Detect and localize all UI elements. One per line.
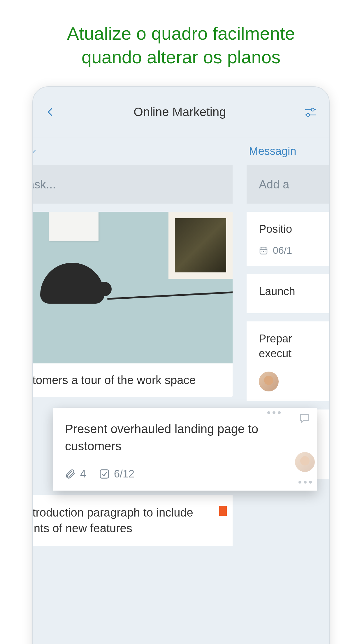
add-task-placeholder: d a task... xyxy=(32,178,56,191)
task-card-launch[interactable]: Launch xyxy=(247,274,330,313)
add-task-input-messaging[interactable]: Add a xyxy=(247,165,330,204)
avatar xyxy=(259,372,279,391)
back-button[interactable] xyxy=(45,106,56,118)
drag-dots-top xyxy=(267,411,281,414)
svg-point-3 xyxy=(307,113,310,116)
card-date: 06/1 xyxy=(273,245,292,256)
calendar-icon xyxy=(259,246,268,255)
comment-icon-wrapper xyxy=(298,412,311,426)
attachment-icon xyxy=(65,468,76,480)
column-name: Messagin xyxy=(249,145,296,157)
task-card-revise[interactable]: ise introduction paragraph to include et… xyxy=(32,495,233,546)
label-dot xyxy=(219,506,227,516)
sliders-icon xyxy=(303,104,317,120)
avatar xyxy=(295,452,315,472)
svg-point-8 xyxy=(261,251,262,252)
comment-icon xyxy=(298,412,311,425)
filter-button[interactable] xyxy=(303,105,317,119)
svg-rect-11 xyxy=(100,470,109,478)
card-title: Present overhauled landing page to custo… xyxy=(65,421,305,455)
headline-line2: quando alterar os planos xyxy=(12,46,350,69)
checklist-meta: 6/12 xyxy=(99,468,134,480)
card-title: e customers a tour of the work space xyxy=(32,363,233,397)
task-card-tour[interactable]: e customers a tour of the work space xyxy=(32,212,233,397)
attachment-count: 4 xyxy=(80,468,86,480)
svg-point-1 xyxy=(311,108,314,111)
task-card-position[interactable]: Positio 06/1 xyxy=(247,212,330,266)
card-title-line1: ise introduction paragraph to include xyxy=(32,505,227,520)
page-title: Online Marketing xyxy=(133,105,226,119)
card-avatar xyxy=(295,452,315,472)
column-header-messaging[interactable]: Messagin xyxy=(247,137,330,165)
card-title: Positio xyxy=(259,222,330,237)
dragging-card[interactable]: Present overhauled landing page to custo… xyxy=(53,408,317,491)
card-title: Launch xyxy=(259,284,330,299)
card-image xyxy=(32,212,233,363)
checklist-icon xyxy=(99,468,110,480)
chevron-left-icon xyxy=(45,104,56,120)
card-title-line2: execut xyxy=(259,346,330,361)
promo-headline: Atualize o quadro facilmente quando alte… xyxy=(0,0,362,86)
headline-line1: Atualize o quadro facilmente xyxy=(12,22,350,46)
card-title-line1: Prepar xyxy=(259,331,330,346)
svg-point-10 xyxy=(265,251,266,252)
device-frame: Online Marketing llout d a task... xyxy=(32,86,330,644)
checklist-progress: 6/12 xyxy=(114,468,134,480)
drag-dots-bottom xyxy=(298,481,312,484)
svg-point-9 xyxy=(263,251,264,252)
app-header: Online Marketing xyxy=(33,87,329,137)
column-header-rollout[interactable]: llout xyxy=(32,137,233,165)
add-task-placeholder: Add a xyxy=(259,178,289,191)
add-task-input-rollout[interactable]: d a task... xyxy=(32,165,233,204)
card-title-line2: et points of new features xyxy=(32,520,227,536)
attachment-meta: 4 xyxy=(65,468,86,480)
task-card-prepare[interactable]: Prepar execut xyxy=(247,321,330,402)
chevron-down-icon xyxy=(32,148,37,155)
